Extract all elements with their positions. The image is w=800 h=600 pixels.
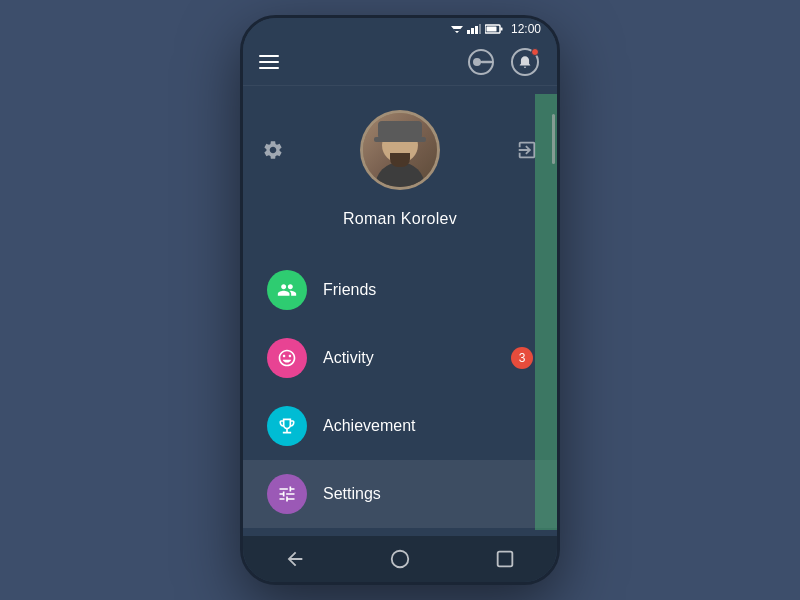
hamburger-line-2 xyxy=(259,61,279,63)
profile-actions xyxy=(259,110,541,190)
home-icon xyxy=(389,548,411,570)
speed-button[interactable] xyxy=(465,46,497,78)
speed-icon xyxy=(467,48,495,76)
phone-content: 12:00 xyxy=(243,18,557,582)
signal-icon xyxy=(467,24,481,34)
avatar-beard xyxy=(390,153,410,167)
recent-icon xyxy=(494,548,516,570)
wifi-icon xyxy=(451,24,463,34)
svg-point-11 xyxy=(473,58,481,66)
friends-label: Friends xyxy=(323,281,533,299)
menu-item-settings[interactable]: Settings xyxy=(243,460,557,528)
back-button[interactable] xyxy=(275,539,315,579)
top-bar-actions xyxy=(465,46,541,78)
svg-rect-3 xyxy=(467,30,470,34)
notification-button[interactable] xyxy=(509,46,541,78)
avatar-hat xyxy=(378,121,422,139)
gear-icon xyxy=(262,139,284,161)
sliders-icon xyxy=(277,484,297,504)
menu-item-activity[interactable]: Activity 3 xyxy=(243,324,557,392)
friends-icon-circle xyxy=(267,270,307,310)
svg-point-13 xyxy=(392,551,409,568)
bell-icon xyxy=(518,55,532,69)
phone-frame: 12:00 xyxy=(240,15,560,585)
time-display: 12:00 xyxy=(511,22,541,36)
scroll-indicator xyxy=(552,114,555,164)
settings-label: Settings xyxy=(323,485,533,503)
svg-rect-6 xyxy=(479,24,481,34)
recent-button[interactable] xyxy=(485,539,525,579)
svg-marker-2 xyxy=(455,31,459,33)
hamburger-line-1 xyxy=(259,55,279,57)
settings-icon-circle xyxy=(267,474,307,514)
activity-badge: 3 xyxy=(511,347,533,369)
achievement-icon xyxy=(277,416,297,436)
svg-rect-5 xyxy=(475,26,478,34)
notification-icon-circle xyxy=(511,48,539,76)
bottom-nav xyxy=(243,536,557,582)
profile-section: Roman Korolev xyxy=(243,86,557,248)
username-label: Roman Korolev xyxy=(343,210,457,228)
svg-rect-4 xyxy=(471,28,474,34)
top-bar xyxy=(243,39,557,85)
battery-icon xyxy=(485,24,503,34)
notification-badge xyxy=(531,48,539,56)
status-icons xyxy=(451,24,503,34)
achievement-icon-circle xyxy=(267,406,307,446)
svg-rect-9 xyxy=(486,26,496,31)
activity-icon xyxy=(277,348,297,368)
menu-list: Friends Activity 3 Achieve xyxy=(243,248,557,536)
avatar-person xyxy=(363,113,437,187)
back-icon xyxy=(284,548,306,570)
svg-rect-14 xyxy=(497,552,512,567)
avatar xyxy=(360,110,440,190)
menu-item-achievement[interactable]: Achievement xyxy=(243,392,557,460)
menu-item-friends[interactable]: Friends xyxy=(243,256,557,324)
friends-icon xyxy=(277,280,297,300)
hamburger-line-3 xyxy=(259,67,279,69)
home-button[interactable] xyxy=(380,539,420,579)
svg-rect-8 xyxy=(500,27,502,30)
hamburger-menu[interactable] xyxy=(259,55,279,69)
achievement-label: Achievement xyxy=(323,417,533,435)
settings-gear-button[interactable] xyxy=(259,136,287,164)
activity-icon-circle xyxy=(267,338,307,378)
activity-label: Activity xyxy=(323,349,511,367)
status-bar: 12:00 xyxy=(243,18,557,39)
